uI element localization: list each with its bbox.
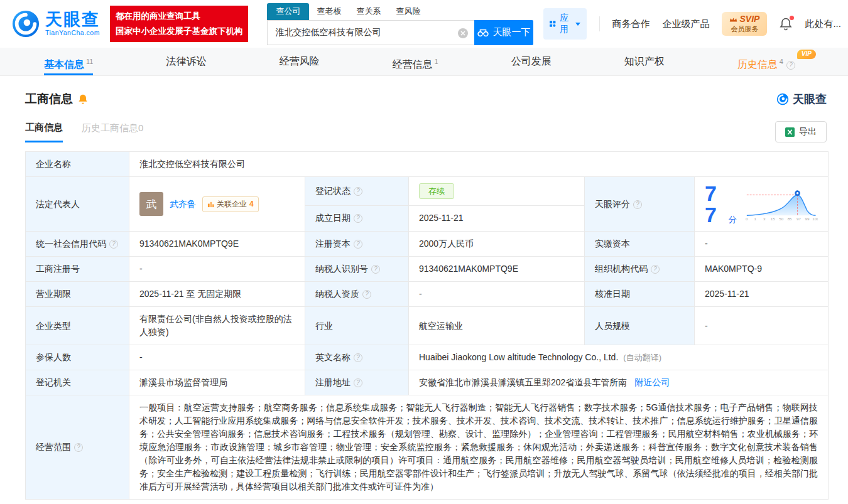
legal-rep-name-link[interactable]: 武齐鲁 (170, 198, 196, 211)
tab-development-label: 公司发展 (511, 56, 552, 67)
value-reg-no: - (129, 257, 305, 282)
value-business-scope: 一般项目：航空运营支持服务；航空商务服务；信息系统集成服务；智能无人飞行器制造；… (129, 395, 829, 500)
label-text: 法定代表人 (36, 199, 80, 209)
help-icon[interactable] (354, 240, 362, 249)
svip-sublabel: 会员服务 (729, 25, 759, 34)
section-title: 工商信息 (25, 91, 73, 107)
score-axis-label: 97 (796, 217, 801, 221)
label-business-scope: 经营范围 (26, 395, 129, 500)
score-value-group: 77 分 (705, 183, 737, 225)
label-staff-size: 人员规模 (585, 307, 695, 345)
tab-operation-label: 经营信息 (393, 59, 433, 70)
row-company-type: 企业类型 有限责任公司(非自然人投资或控股的法人独资) 行业 航空运输业 人员规… (26, 307, 829, 345)
tab-history-count: 4 (780, 58, 783, 65)
tab-company-development[interactable]: 公司发展 (511, 48, 552, 75)
row-term: 营业期限 2025-11-21 至 无固定期限 纳税人资质 - 核准日期 202… (26, 282, 829, 307)
label-text: 注册地址 (315, 377, 351, 387)
label-company-type: 企业类型 (26, 307, 129, 345)
value-reg-status: 存续 (409, 177, 585, 206)
subtab-business-info[interactable]: 工商信息 (25, 122, 63, 142)
help-icon[interactable] (362, 290, 371, 299)
value-en-name: Huaibei Jiaokong Low altitude Technology… (409, 345, 829, 370)
banner-line-1: 都在用的商业查询工具 (116, 9, 243, 24)
en-name-text: Huaibei Jiaokong Low altitude Technology… (419, 352, 618, 362)
vip-badge: VIP (797, 50, 816, 59)
score-axis-label: 100 (812, 217, 818, 221)
tianyancha-logo[interactable]: 天眼查 TianYanCha.com (11, 9, 100, 38)
search-input[interactable] (268, 21, 474, 45)
subscribe-bell-icon[interactable] (77, 94, 89, 105)
help-icon[interactable] (786, 61, 795, 70)
tab-history-info[interactable]: 历史信息4 VIP (737, 48, 795, 75)
help-icon[interactable] (354, 187, 362, 196)
help-icon[interactable] (633, 200, 642, 209)
value-company-type: 有限责任公司(非自然人投资或控股的法人独资) (129, 307, 305, 345)
value-paid-capital: - (695, 232, 829, 257)
label-text: 纳税人资质 (315, 289, 359, 299)
nav-business-cooperation[interactable]: 商务合作 (612, 18, 650, 30)
score-axis-label: 15 (770, 217, 775, 221)
help-icon[interactable] (354, 353, 362, 362)
help-icon[interactable] (651, 265, 660, 274)
label-reg-no: 工商注册号 (26, 257, 129, 282)
tab-basic-info[interactable]: 基本信息11 (44, 48, 93, 75)
label-reg-capital: 注册资本 (305, 232, 409, 257)
business-info-table: 企业名称 淮北交控低空科技有限公司 法定代表人 武 武齐鲁 关联企业 4 (25, 151, 829, 500)
search-tab-company[interactable]: 查公司 (267, 3, 309, 20)
help-icon[interactable] (354, 378, 362, 387)
tab-history-label: 历史信息 (737, 59, 778, 70)
crown-icon (729, 17, 737, 23)
label-establish-date: 成立日期 (305, 205, 409, 231)
value-taxpayer-no: 91340621MAK0MPTQ9E (409, 257, 585, 282)
search-button[interactable]: 天眼一下 (474, 20, 533, 45)
tab-operating-risk[interactable]: 经营风险 (280, 48, 320, 75)
binoculars-icon (477, 28, 489, 37)
help-icon[interactable] (371, 265, 380, 274)
score-axis-label: 99 (805, 217, 809, 221)
label-text: 核准日期 (595, 289, 630, 299)
help-icon[interactable] (109, 240, 118, 249)
tab-intellectual-property[interactable]: 知识产权 (624, 48, 665, 75)
label-text: 登记机关 (36, 377, 71, 387)
value-approve-date: 2025-11-21 (695, 282, 829, 307)
notification-bell[interactable] (780, 17, 792, 31)
value-org-code: MAK0MPTQ-9 (695, 257, 829, 282)
section-head: 工商信息 天眼查 (0, 76, 848, 107)
tab-legal-proceedings[interactable]: 法律诉讼 (166, 48, 206, 75)
subtab-history-business-info[interactable]: 历史工商信息0 (82, 122, 143, 141)
apps-menu[interactable]: 应用 (543, 8, 586, 40)
label-text: 天眼评分 (595, 199, 630, 209)
export-button[interactable]: 导出 (775, 121, 827, 142)
related-companies-badge[interactable]: 关联企业 4 (202, 196, 259, 212)
nav-enterprise-products[interactable]: 企业级产品 (662, 18, 709, 30)
score-axis-label: 50 (779, 217, 783, 221)
search-tab-boss[interactable]: 查老板 (309, 3, 349, 20)
label-text: 实缴资本 (595, 239, 630, 249)
export-label: 导出 (799, 126, 817, 137)
value-reg-capital: 2000万人民币 (409, 232, 585, 257)
label-address: 注册地址 (305, 370, 409, 395)
svip-membership-badge[interactable]: SVIP 会员服务 (722, 12, 767, 35)
search-tab-relation[interactable]: 查关系 (349, 3, 388, 20)
label-en-name: 英文名称 (305, 345, 409, 370)
search-tab-risk[interactable]: 查风险 (388, 3, 428, 20)
svip-label: SVIP (739, 14, 759, 25)
label-taxpayer-no: 纳税人识别号 (305, 257, 409, 282)
help-icon[interactable] (74, 443, 83, 452)
header-right-nav: 应用 商务合作 企业级产品 SVIP 会员服务 此处有... (543, 8, 843, 40)
tab-operating-info[interactable]: 经营信息1 (393, 48, 438, 75)
page-header: 天眼查 TianYanCha.com 都在用的商业查询工具 国家中小企业发展子基… (0, 0, 848, 48)
excel-icon (785, 127, 795, 137)
header-search: 查公司 查老板 查关系 查风险 天眼一下 (267, 3, 533, 45)
help-icon[interactable] (354, 214, 362, 223)
nav-more-truncated[interactable]: 此处有... (805, 18, 841, 30)
label-tyc-score: 天眼评分 (585, 177, 695, 232)
clear-search-icon[interactable] (458, 28, 468, 38)
label-text: 登记状态 (315, 186, 351, 196)
label-org-code: 组织机构代码 (585, 257, 695, 282)
tab-operation-count: 1 (435, 58, 438, 65)
brand-slogan-banner: 都在用的商业查询工具 国家中小企业发展子基金旗下机构 (110, 6, 249, 41)
company-nav-tabs: 基本信息11 法律诉讼 经营风险 经营信息1 公司发展 知识产权 历史信息4 V… (0, 48, 848, 76)
logo-text-cn: 天眼查 (45, 11, 100, 29)
nearby-companies-link[interactable]: 附近公司 (634, 377, 670, 387)
